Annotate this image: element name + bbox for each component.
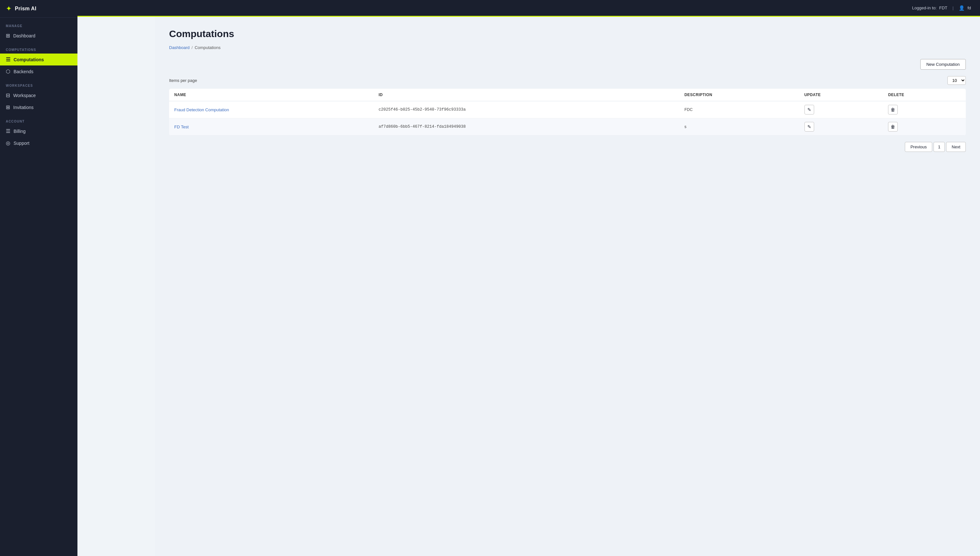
previous-button[interactable]: Previous xyxy=(905,142,932,152)
logo-icon: ✦ xyxy=(6,5,11,12)
computations-section-label: COMPUTATIONS xyxy=(0,42,78,53)
manage-section-label: MANAGE xyxy=(0,18,78,30)
sidebar-item-label: Billing xyxy=(13,129,26,134)
sidebar-item-invitations[interactable]: ⊞ Invitations xyxy=(0,101,78,113)
computations-table: Name ID Description Update Delete Fraud … xyxy=(169,89,966,136)
cell-name[interactable]: Fraud Detection Computation xyxy=(169,101,373,118)
col-id: ID xyxy=(373,89,679,101)
topbar-user: Logged-in to: FDT | 👤 fd xyxy=(912,5,971,11)
sidebar-item-workspace[interactable]: ⊟ Workspace xyxy=(0,89,78,101)
sidebar-item-backends[interactable]: ⬡ Backends xyxy=(0,65,78,78)
table-header-row: Name ID Description Update Delete xyxy=(169,89,966,101)
page-title: Computations xyxy=(169,28,966,39)
topbar-separator: | xyxy=(952,5,954,10)
backends-icon: ⬡ xyxy=(6,68,10,74)
cell-delete: 🗑 xyxy=(883,118,966,136)
support-icon: ◎ xyxy=(6,140,10,146)
update-button[interactable]: ✎ xyxy=(805,105,814,115)
invitations-icon: ⊞ xyxy=(6,104,10,110)
user-icon: 👤 xyxy=(959,5,965,11)
cell-id: af7d860b-6bb5-467f-8214-fda184949038 xyxy=(373,118,679,136)
dashboard-icon: ⊞ xyxy=(6,32,10,39)
page-number-1[interactable]: 1 xyxy=(933,142,945,152)
toolbar: New Computation xyxy=(169,59,966,70)
delete-button[interactable]: 🗑 xyxy=(888,122,898,132)
sidebar-item-support[interactable]: ◎ Support xyxy=(0,137,78,149)
items-per-page-label: Items per page xyxy=(169,78,197,83)
sidebar-item-label: Workspace xyxy=(13,93,36,98)
workspaces-section-label: WORKSPACES xyxy=(0,78,78,89)
app-name: Prism AI xyxy=(15,6,36,11)
table-row: FD Testaf7d860b-6bb5-467f-8214-fda184949… xyxy=(169,118,966,136)
workspace-icon: ⊟ xyxy=(6,92,10,99)
col-description: Description xyxy=(679,89,799,101)
billing-icon: ☰ xyxy=(6,128,10,134)
account-section-label: ACCOUNT xyxy=(0,113,78,125)
items-per-page-select[interactable]: 10 25 50 xyxy=(948,76,966,85)
main-content: Computations Dashboard / Computations Ne… xyxy=(155,17,980,556)
cell-id: c2025f46-b025-45b2-9540-73f96c93333a xyxy=(373,101,679,118)
table-body: Fraud Detection Computationc2025f46-b025… xyxy=(169,101,966,136)
delete-button[interactable]: 🗑 xyxy=(888,105,898,115)
sidebar-item-computations[interactable]: ☰ Computations xyxy=(0,53,78,65)
table-row: Fraud Detection Computationc2025f46-b025… xyxy=(169,101,966,118)
items-per-page-row: Items per page 10 25 50 xyxy=(169,76,966,85)
breadcrumb-separator: / xyxy=(192,45,193,50)
topbar-username: fd xyxy=(967,5,971,10)
cell-name[interactable]: FD Test xyxy=(169,118,373,136)
sidebar-item-label: Computations xyxy=(13,57,44,62)
col-update: Update xyxy=(799,89,883,101)
sidebar-item-label: Support xyxy=(13,141,29,146)
sidebar: ✦ Prism AI MANAGE ⊞ Dashboard COMPUTATIO… xyxy=(0,0,78,556)
cell-description: s xyxy=(679,118,799,136)
sidebar-item-label: Invitations xyxy=(13,105,34,110)
col-delete: Delete xyxy=(883,89,966,101)
breadcrumb-current: Computations xyxy=(194,45,220,50)
breadcrumb-home-link[interactable]: Dashboard xyxy=(169,45,190,50)
sidebar-header: ✦ Prism AI xyxy=(0,0,78,18)
cell-update: ✎ xyxy=(799,118,883,136)
topbar: Logged-in to: FDT | 👤 fd xyxy=(78,0,980,17)
breadcrumb: Dashboard / Computations xyxy=(169,45,966,50)
pagination: Previous 1 Next xyxy=(169,142,966,152)
cell-delete: 🗑 xyxy=(883,101,966,118)
cell-description: FDC xyxy=(679,101,799,118)
update-button[interactable]: ✎ xyxy=(805,122,814,132)
computations-icon: ☰ xyxy=(6,57,10,63)
topbar-tenant: FDT xyxy=(939,5,947,10)
sidebar-item-label: Dashboard xyxy=(13,33,36,39)
sidebar-item-billing[interactable]: ☰ Billing xyxy=(0,125,78,137)
sidebar-item-label: Backends xyxy=(13,69,33,74)
new-computation-button[interactable]: New Computation xyxy=(920,59,966,70)
sidebar-item-dashboard[interactable]: ⊞ Dashboard xyxy=(0,30,78,42)
col-name: Name xyxy=(169,89,373,101)
next-button[interactable]: Next xyxy=(946,142,966,152)
cell-update: ✎ xyxy=(799,101,883,118)
topbar-logged-in-label: Logged-in to: xyxy=(912,5,937,10)
